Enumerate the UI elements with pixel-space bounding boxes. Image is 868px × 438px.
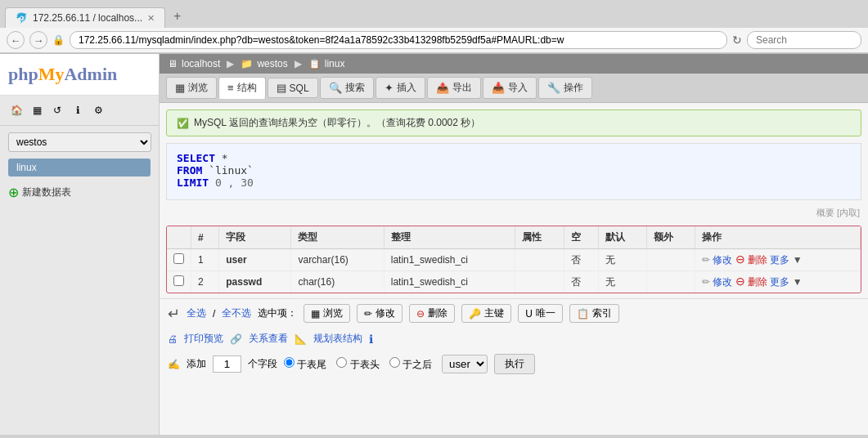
sidebar: phpMyAdmin 🏠 ▦ ↺ ℹ ⚙ westos linux ⊕ 新建数据…: [0, 54, 160, 435]
row2-more-link[interactable]: 更多: [770, 276, 789, 288]
breadcrumb-db[interactable]: westos: [257, 58, 287, 69]
unique-btn-label: 唯一: [536, 306, 555, 320]
row2-checkbox-cell[interactable]: [167, 271, 191, 293]
footer-sep1: /: [213, 308, 215, 320]
row2-dropdown-arrow[interactable]: ▼: [793, 276, 803, 288]
unique-button[interactable]: U 唯一: [518, 304, 563, 323]
row1-checkbox[interactable]: [173, 253, 184, 264]
active-tab[interactable]: 🐬 172.25.66.11 / localhos... ✕: [5, 7, 165, 28]
tab-structure[interactable]: ≡ 结构: [218, 77, 266, 99]
logo-my: My: [38, 64, 65, 84]
export-icon: 📤: [436, 82, 449, 94]
select-all-link[interactable]: 全选: [187, 306, 206, 320]
add-count-input[interactable]: [213, 355, 241, 373]
deselect-all-link[interactable]: 全不选: [222, 306, 251, 320]
tab-insert[interactable]: ✦ 插入: [376, 77, 425, 99]
grid-icon[interactable]: ▦: [29, 102, 45, 118]
table-item-linux[interactable]: linux: [8, 159, 151, 177]
link-icon1: 🔗: [230, 333, 242, 345]
option-head[interactable]: 于表头: [336, 357, 379, 372]
tab-close-btn[interactable]: ✕: [147, 13, 155, 24]
tab-search[interactable]: 🔍 搜索: [320, 77, 374, 99]
new-tab-button[interactable]: +: [165, 5, 189, 28]
import-icon: 📥: [492, 82, 505, 94]
tab-sql-label: SQL: [290, 83, 309, 94]
row1-checkbox-cell[interactable]: [167, 249, 191, 271]
after-field-select[interactable]: user: [442, 355, 488, 373]
tab-import[interactable]: 📥 导入: [483, 77, 537, 99]
new-table-button[interactable]: ⊕ 新建数据表: [0, 180, 159, 205]
option-tail[interactable]: 于表尾: [284, 357, 326, 372]
server-icon: 🖥: [168, 58, 178, 69]
main-layout: phpMyAdmin 🏠 ▦ ↺ ℹ ⚙ westos linux ⊕ 新建数据…: [0, 54, 868, 435]
structure-icon: ≡: [227, 82, 234, 94]
settings-icon[interactable]: ⚙: [90, 102, 106, 118]
plan-icon: 📐: [295, 333, 307, 345]
tab-browse[interactable]: ▦ 浏览: [166, 77, 217, 99]
db-select-input[interactable]: westos: [8, 132, 151, 152]
forward-button[interactable]: →: [29, 31, 47, 49]
header-type: 类型: [291, 226, 384, 249]
plan-help-icon[interactable]: ℹ: [369, 333, 373, 346]
delete-btn-icon: ⊖: [416, 308, 425, 320]
row2-num: 2: [191, 271, 219, 293]
search-input[interactable]: [747, 31, 861, 49]
info-icon[interactable]: ℹ: [70, 102, 86, 118]
row1-collation: latin1_swedish_ci: [384, 249, 515, 271]
table-icon: 📋: [308, 58, 321, 69]
row2-delete-link[interactable]: 删除: [748, 276, 767, 288]
tab-export[interactable]: 📤 导出: [427, 77, 481, 99]
add-field-row: ✍ 添加 个字段 于表尾 于表头 于之后 user 执行: [160, 350, 868, 378]
address-bar: ← → 🔒 ↻: [0, 28, 868, 53]
alert-message: MySQL 返回的查询结果为空（即零行）。（查询花费 0.0002 秒）: [194, 116, 480, 130]
row2-edit-link[interactable]: 修改: [713, 276, 732, 288]
row1-delete-icon: ⊖: [735, 253, 745, 266]
exec-button[interactable]: 执行: [494, 354, 535, 374]
primary-button[interactable]: 🔑 主键: [461, 304, 511, 323]
delete-button[interactable]: ⊖ 删除: [409, 304, 455, 323]
db-selector[interactable]: westos: [8, 132, 151, 152]
row1-delete-link[interactable]: 删除: [748, 254, 767, 266]
inner-link-text: 概要 [内取]: [816, 208, 860, 217]
back-button[interactable]: ←: [7, 31, 25, 49]
print-preview-link[interactable]: 打印预览: [184, 332, 223, 346]
radio-head[interactable]: [336, 357, 347, 368]
sql-display: SELECT * FROM `linux` LIMIT 0 , 30: [166, 143, 861, 200]
row1-num: 1: [191, 249, 219, 271]
tab-import-label: 导入: [508, 81, 528, 95]
row1-edit-link[interactable]: 修改: [713, 254, 732, 266]
row1-dropdown-arrow[interactable]: ▼: [793, 254, 803, 266]
refresh-icon[interactable]: ↺: [49, 102, 65, 118]
radio-tail[interactable]: [284, 357, 295, 368]
home-icon[interactable]: 🏠: [8, 102, 25, 118]
index-button[interactable]: 📋 索引: [569, 304, 619, 323]
tab-sql[interactable]: ▤ SQL: [268, 78, 318, 98]
radio-after[interactable]: [389, 357, 400, 368]
row1-default: 无: [598, 249, 646, 271]
plan-link[interactable]: 规划表结构: [313, 332, 362, 346]
row1-null: 否: [564, 249, 598, 271]
relation-link[interactable]: 关系查看: [249, 332, 288, 346]
tab-operations[interactable]: 🔧 操作: [538, 77, 592, 99]
footer-actions-row1: ↵ 全选 / 全不选 选中项： ▦ 浏览 ✏ 修改 ⊖ 删除 🔑 主键 U: [160, 298, 868, 328]
row2-default: 无: [598, 271, 646, 293]
url-input[interactable]: [70, 31, 727, 49]
row1-edit-icon: ✏: [702, 254, 710, 266]
header-null: 空: [564, 226, 598, 249]
browse-button[interactable]: ▦ 浏览: [304, 304, 350, 323]
tab-search-label: 搜索: [345, 81, 365, 95]
tab-structure-label: 结构: [237, 81, 257, 95]
structure-table-container: # 字段 类型 整理 属性 空 默认 额外 操作 1: [166, 226, 861, 293]
inner-links: 概要 [内取]: [160, 205, 868, 221]
reload-button[interactable]: ↻: [732, 34, 742, 47]
row2-collation: latin1_swedish_ci: [384, 271, 515, 293]
row2-checkbox[interactable]: [173, 275, 184, 286]
option-after[interactable]: 于之后: [389, 357, 432, 372]
row1-more-link[interactable]: 更多: [770, 254, 789, 266]
sql-table-name: `linux`: [209, 164, 254, 177]
edit-btn-icon: ✏: [364, 308, 372, 320]
breadcrumb-server[interactable]: localhost: [182, 58, 220, 69]
breadcrumb-table[interactable]: linux: [325, 58, 345, 69]
sql-select-keyword: SELECT: [177, 152, 215, 164]
edit-button[interactable]: ✏ 修改: [357, 304, 403, 323]
